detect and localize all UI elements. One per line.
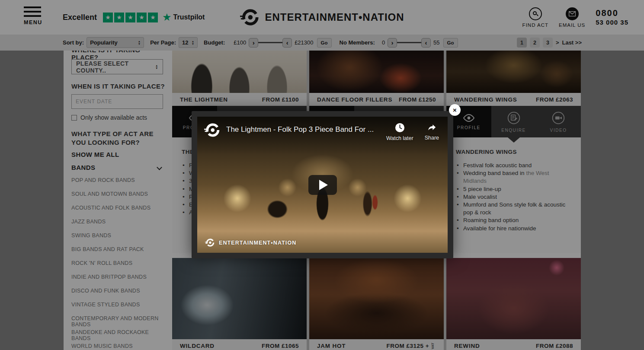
video-title[interactable]: The Lightmen - Folk Pop 3 Piece Band For… — [226, 125, 381, 134]
share-arrow-icon — [426, 123, 437, 132]
player-actions: Watch later Share — [386, 123, 441, 141]
watch-later-button[interactable]: Watch later — [386, 123, 413, 141]
play-icon — [319, 180, 328, 190]
channel-avatar[interactable] — [204, 122, 221, 138]
modal-close-button[interactable]: × — [449, 104, 461, 116]
share-button[interactable]: Share — [425, 123, 439, 141]
entertainment-nation-logo-icon — [205, 238, 215, 248]
video-modal: The Lightmen - Folk Pop 3 Piece Band For… — [192, 111, 453, 258]
video-watermark: ENTERTAINMENT•NATION — [205, 238, 296, 248]
page: MENU Excellent ★★★★★ ★ Trustpilot ENTERT… — [0, 0, 644, 350]
clock-icon — [395, 123, 405, 133]
youtube-player[interactable]: The Lightmen - Folk Pop 3 Piece Band For… — [197, 117, 448, 253]
watermark-text: ENTERTAINMENT•NATION — [219, 240, 296, 246]
play-button[interactable] — [308, 175, 337, 195]
video-title-overlay: The Lightmen - Folk Pop 3 Piece Band For… — [197, 117, 448, 154]
